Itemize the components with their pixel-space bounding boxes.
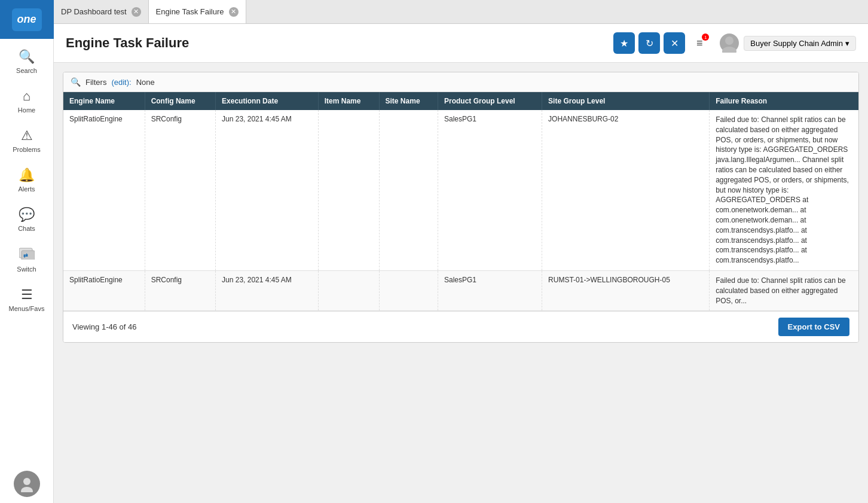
sidebar-label-search: Search [16,67,37,74]
tab-dp-dashboard[interactable]: DP Dashboard test ✕ [54,0,149,23]
refresh-button[interactable]: ↻ [638,32,660,54]
cell-site-name-2 [379,270,438,310]
tab-dp-label: DP Dashboard test [61,7,127,16]
main-content: DP Dashboard test ✕ Engine Task Failure … [54,0,868,503]
chats-icon: 💬 [19,207,35,222]
table-row: SplitRatioEngine SRConfig Jun 23, 2021 4… [63,270,858,310]
menus-icon: ☰ [21,287,33,303]
switch-icon: ⇄ [19,246,35,263]
filter-bar: 🔍 Filters (edit): None [63,72,858,92]
refresh-icon: ↻ [646,38,653,49]
sidebar-label-home: Home [18,106,35,114]
user-section: Buyer Supply Chain Admin ▾ [720,33,856,53]
cell-engine-name-1: SplitRatioEngine [63,110,145,270]
sidebar-nav: 🔍 Search ⌂ Home ⚠ Problems 🔔 Alerts 💬 Ch… [0,39,53,319]
content-area: 🔍 Filters (edit): None Engine Name Confi… [54,63,868,503]
cell-site-group-1: JOHANNESBURG-02 [542,110,710,270]
notification-badge: 1 [702,33,709,41]
sidebar-bottom [14,471,40,503]
cell-site-name-1 [379,110,438,270]
svg-text:⇄: ⇄ [23,252,28,258]
cell-failure-reason-2: Failed due to: Channel split ratios can … [710,270,858,310]
page-title: Engine Task Failure [66,35,613,51]
user-avatar-header [720,33,739,53]
table-container[interactable]: Engine Name Config Name Executionn Date … [63,92,858,311]
problems-icon: ⚠ [21,128,33,144]
table-footer: Viewing 1-46 of 46 Export to CSV [63,311,858,342]
sidebar: one 🔍 Search ⌂ Home ⚠ Problems 🔔 Alerts … [0,0,54,503]
logo-text: one [12,8,42,31]
sidebar-label-alerts: Alerts [18,185,35,193]
svg-point-6 [722,47,736,53]
tab-bar: DP Dashboard test ✕ Engine Task Failure … [54,0,868,24]
cell-failure-reason-1: Failed due to: Channel split ratios can … [710,110,858,270]
col-execution-date: Executionn Date [216,92,319,110]
sidebar-item-alerts[interactable]: 🔔 Alerts [0,160,53,200]
col-product-group: Product Group Level [438,92,542,110]
cell-product-group-2: SalesPG1 [438,270,542,310]
cell-site-group-2: RUMST-01->WELLINGBOROUGH-05 [542,270,710,310]
col-item-name: Item Name [318,92,379,110]
alerts-icon: 🔔 [19,167,35,183]
header-actions: ★ ↻ ✕ ≡ 1 Buyer Supply Chai [613,32,856,54]
sidebar-label-switch: Switch [17,266,36,273]
tab-dp-close[interactable]: ✕ [132,7,141,17]
table-row: SplitRatioEngine SRConfig Jun 23, 2021 4… [63,110,858,270]
user-name: Buyer Supply Chain Admin [750,39,843,48]
data-panel: 🔍 Filters (edit): None Engine Name Confi… [63,72,859,343]
filter-value: None [136,78,155,87]
filter-label: Filters [85,78,106,87]
filter-edit-link[interactable]: (edit): [111,78,131,87]
tab-engine-close[interactable]: ✕ [229,7,239,17]
col-engine-name: Engine Name [63,92,145,110]
home-icon: ⌂ [23,89,30,104]
col-failure-reason: Failure Reason [710,92,858,110]
star-icon: ★ [620,38,628,49]
app-logo[interactable]: one [0,0,54,39]
svg-point-5 [725,36,733,45]
table-body: SplitRatioEngine SRConfig Jun 23, 2021 4… [63,110,858,311]
export-csv-button[interactable]: Export to CSV [778,318,849,336]
close-tab-button[interactable]: ✕ [664,32,685,54]
cell-item-name-2 [318,270,379,310]
viewing-count: Viewing 1-46 of 46 [72,322,136,331]
search-icon: 🔍 [19,49,35,65]
favorite-button[interactable]: ★ [613,32,635,54]
col-config-name: Config Name [145,92,215,110]
close-icon: ✕ [671,38,678,49]
sidebar-item-search[interactable]: 🔍 Search [0,42,53,81]
header-bar: Engine Task Failure ★ ↻ ✕ ≡ 1 [54,24,868,63]
dropdown-chevron-icon: ▾ [845,39,849,48]
engine-task-table: Engine Name Config Name Executionn Date … [63,92,858,311]
svg-point-3 [23,478,30,485]
cell-item-name-1 [318,110,379,270]
svg-point-4 [21,487,33,492]
cell-execution-date-1: Jun 23, 2021 4:45 AM [216,110,319,270]
cell-product-group-1: SalesPG1 [438,110,542,270]
cell-engine-name-2: SplitRatioEngine [63,270,145,310]
tab-engine-label: Engine Task Failure [156,7,224,16]
user-dropdown[interactable]: Buyer Supply Chain Admin ▾ [744,36,856,51]
sidebar-label-menus: Menus/Favs [9,305,45,312]
sidebar-item-problems[interactable]: ⚠ Problems [0,121,53,160]
sidebar-label-problems: Problems [13,146,40,153]
table-header: Engine Name Config Name Executionn Date … [63,92,858,110]
tab-engine-failure[interactable]: Engine Task Failure ✕ [149,0,246,23]
cell-execution-date-2: Jun 23, 2021 4:45 AM [216,270,319,310]
cell-config-name-2: SRConfig [145,270,215,310]
menu-button[interactable]: ≡ 1 [689,32,710,54]
sidebar-item-chats[interactable]: 💬 Chats [0,200,53,239]
user-avatar-sidebar[interactable] [14,471,40,497]
sidebar-item-switch[interactable]: ⇄ Switch [0,239,53,280]
sidebar-label-chats: Chats [18,225,35,232]
cell-config-name-1: SRConfig [145,110,215,270]
col-site-group: Site Group Level [542,92,710,110]
col-site-name: Site Name [379,92,438,110]
sidebar-item-home[interactable]: ⌂ Home [0,81,53,121]
filter-icon: 🔍 [71,77,81,87]
sidebar-item-menus[interactable]: ☰ Menus/Favs [0,280,53,319]
